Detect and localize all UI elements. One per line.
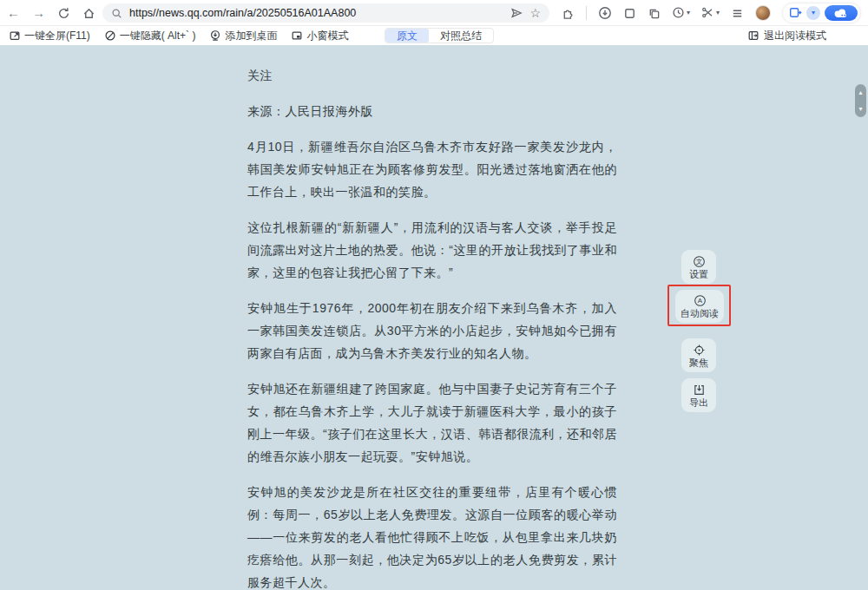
mini-window-icon bbox=[291, 30, 303, 42]
history-caret-icon: ▾ bbox=[687, 9, 690, 16]
forward-icon[interactable]: → bbox=[32, 6, 45, 19]
profile-avatar[interactable] bbox=[755, 5, 771, 21]
assistant-dropdown[interactable]: ▾ bbox=[806, 6, 820, 20]
article-paragraph: 4月10日，新疆维吾尔自治区乌鲁木齐市友好路一家美发沙龙内，韩国美发师安钟旭正在… bbox=[247, 135, 617, 203]
reader-view-tabs: 原文 对照总结 bbox=[385, 28, 494, 43]
chrome-action-icons: ▾ ▾ ▾ bbox=[562, 3, 861, 23]
snip-tool-menu[interactable]: ▾ bbox=[701, 6, 720, 19]
article-source: 来源：人民日报海外版 bbox=[247, 100, 617, 122]
assistant-pill: ▾ bbox=[782, 3, 861, 23]
article-paragraph: 安钟旭生于1976年，2000年初在朋友介绍下来到乌鲁木齐，加入一家韩国美发连锁… bbox=[247, 297, 617, 364]
follow-label: 关注 bbox=[247, 64, 617, 87]
eye-slash-icon bbox=[104, 30, 116, 42]
svg-text:A: A bbox=[697, 297, 702, 305]
fullscreen-button[interactable]: 一键全屏(F11) bbox=[9, 29, 90, 43]
extensions-icon[interactable] bbox=[562, 5, 575, 21]
address-bar[interactable]: https//news.qq.com/rain/a/20250516A01AA8… bbox=[102, 3, 549, 23]
article-paragraph: 安钟旭的美发沙龙是所在社区交往的重要纽带，店里有个暖心惯例：每周一，65岁以上老… bbox=[247, 481, 617, 590]
menu-icon[interactable] bbox=[731, 5, 744, 21]
focus-target-icon bbox=[693, 344, 706, 357]
export-icon bbox=[693, 384, 706, 397]
add-to-desktop-icon bbox=[209, 30, 221, 42]
download-icon[interactable] bbox=[598, 5, 612, 21]
screenshot-frame-icon[interactable] bbox=[623, 5, 636, 21]
article-body: 关注 来源：人民日报海外版 4月10日，新疆维吾尔自治区乌鲁木齐市友好路一家美发… bbox=[247, 64, 617, 590]
fullscreen-icon bbox=[9, 30, 21, 42]
reader-settings-button[interactable]: 文 设置 bbox=[681, 250, 716, 284]
exit-reading-mode-button[interactable]: 退出阅读模式 bbox=[747, 26, 826, 45]
back-icon[interactable]: ← bbox=[7, 6, 20, 19]
auto-read-icon: A bbox=[694, 294, 707, 307]
tab-original[interactable]: 原文 bbox=[385, 29, 429, 43]
svg-text:文: 文 bbox=[695, 258, 702, 266]
browser-chrome: ← → https//news.qq.com/rain/a/20250516A0… bbox=[0, 0, 868, 26]
reader-toolbar: 一键全屏(F11) 一键隐藏( Alt+` ) 添加到桌面 小窗模式 原文 对照… bbox=[0, 26, 868, 45]
nav-controls: ← → bbox=[7, 5, 95, 21]
url-text[interactable]: https//news.qq.com/rain/a/20250516A01AA8… bbox=[129, 7, 503, 19]
hide-button[interactable]: 一键隐藏( Alt+` ) bbox=[104, 29, 196, 43]
exit-reading-icon bbox=[747, 30, 760, 42]
add-to-desktop-button[interactable]: 添加到桌面 bbox=[209, 29, 277, 43]
bookmark-star-icon[interactable]: ☆ bbox=[529, 7, 541, 19]
article-paragraph: 安钟旭还在新疆组建了跨国家庭。他与中国妻子史记芳育有三个子女，都在乌鲁木齐上学，… bbox=[247, 377, 617, 468]
scroll-up-icon[interactable]: ▲ bbox=[858, 89, 864, 95]
scroll-down-icon[interactable]: ▼ bbox=[858, 106, 864, 112]
mini-window-button[interactable]: 小窗模式 bbox=[291, 29, 348, 43]
tab-compare-summary[interactable]: 对照总结 bbox=[429, 29, 493, 43]
search-icon bbox=[111, 5, 122, 21]
article-paragraph: 这位扎根新疆的“新新疆人”，用流利的汉语与客人交谈，举手投足间流露出对这片土地的… bbox=[247, 216, 617, 284]
auto-read-button[interactable]: A 自动阅读 bbox=[675, 290, 724, 323]
duplicate-tabs-icon[interactable] bbox=[648, 5, 661, 21]
cloud-sync-button[interactable] bbox=[825, 5, 858, 21]
history-menu[interactable]: ▾ bbox=[672, 6, 690, 19]
scroll-stepper[interactable]: ▲ ▼ bbox=[855, 84, 866, 117]
focus-mode-button[interactable]: 聚焦 bbox=[681, 338, 716, 372]
reload-icon[interactable] bbox=[57, 5, 70, 21]
snip-caret-icon: ▾ bbox=[716, 9, 720, 16]
send-to-device-icon[interactable] bbox=[510, 5, 523, 21]
export-button[interactable]: 导出 bbox=[681, 378, 716, 412]
sidebar-panel-icon[interactable] bbox=[789, 6, 802, 19]
home-icon[interactable] bbox=[82, 5, 95, 21]
reader-content: 关注 来源：人民日报海外版 4月10日，新疆维吾尔自治区乌鲁木齐市友好路一家美发… bbox=[0, 45, 868, 590]
font-settings-icon: 文 bbox=[693, 255, 706, 268]
toolbar-divider bbox=[586, 6, 587, 20]
